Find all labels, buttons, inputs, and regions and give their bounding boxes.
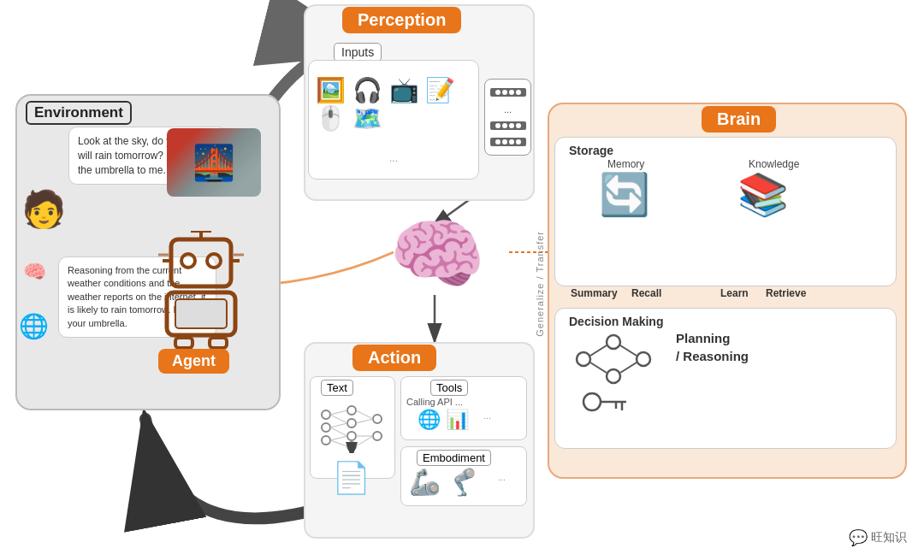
svg-rect-25 [175,338,192,348]
svg-line-43 [356,419,373,423]
svg-point-50 [637,352,650,366]
robot-icon [150,231,252,351]
svg-rect-26 [210,338,227,348]
text-label: Text [321,380,353,396]
document-icon: 📄 [332,460,370,496]
svg-point-47 [577,352,590,366]
action-label: Action [352,345,436,371]
generalize-transfer-label: Generalize / Transfer [535,231,545,337]
embodiment-label: Embodiment [417,450,491,466]
embodiment-ellipsis: ... [498,472,506,482]
svg-line-52 [590,363,607,373]
encoder-row-2 [490,121,526,130]
person-icon: 🧑 [21,188,66,230]
svg-line-54 [620,363,637,373]
svg-line-36 [330,410,347,415]
svg-line-42 [356,410,373,419]
tools-ellipsis: ... [483,410,491,421]
planning-label: Planning / Reasoning [676,329,749,365]
svg-line-37 [330,415,347,423]
knowledge-label: Knowledge [749,158,799,170]
svg-point-29 [322,436,330,445]
svg-point-28 [322,423,330,432]
perception-label: Perception [342,7,461,33]
learn-label: Learn [720,287,749,299]
encoder-box: ... [484,79,531,156]
svg-point-27 [322,410,330,419]
brain-center-icon: 🧠 [389,209,485,299]
svg-line-39 [330,427,347,436]
neural-net-icon [313,402,390,453]
inputs-area: 🖼️ 🎧 📺 📝 🖱️ 🗺️ ... [308,60,479,180]
svg-line-53 [620,345,637,356]
svg-line-51 [590,345,607,356]
svg-point-32 [347,432,356,440]
globe-icon: 🌐 [19,312,49,340]
svg-rect-24 [175,299,227,328]
encoder-row-1 [490,88,526,97]
summary-label: Summary [571,287,618,299]
brain-label: Brain [702,106,776,133]
recall-label: Recall [631,287,661,299]
svg-point-55 [583,393,601,410]
svg-line-40 [330,436,347,440]
retrieve-label: Retrieve [766,287,806,299]
svg-line-45 [356,436,373,446]
robot-arm-icons: 🦾 🦿 [409,467,479,497]
watermark: 💬 旺知识 [849,528,907,547]
brain-small-icon: 🧠 [23,261,46,283]
tools-icons: 🌐 📊 [418,409,469,431]
storage-label: Storage [569,144,613,157]
inputs-label: Inputs [334,43,382,62]
svg-point-15 [181,254,195,268]
svg-point-30 [347,406,356,415]
svg-line-41 [330,440,347,446]
svg-point-49 [607,369,620,383]
calling-api-text: Calling API ... [406,397,463,407]
agent-label: Agent [158,349,229,374]
encoder-row-3 [490,138,526,146]
svg-point-34 [373,415,382,423]
environment-label: Environment [26,101,132,125]
memory-label: Memory [607,158,644,170]
memory-icon: 🔄 [599,171,650,219]
bridge-image [167,128,261,197]
main-container: ... Environment Look at the sky, do you … [0,0,924,560]
svg-point-48 [607,335,620,349]
knowledge-icon: 📚 [737,171,789,219]
svg-point-35 [373,432,382,440]
svg-point-16 [207,254,221,268]
svg-point-31 [347,419,356,427]
decision-icon [558,325,660,427]
svg-line-38 [330,423,347,427]
tools-label: Tools [430,380,468,396]
